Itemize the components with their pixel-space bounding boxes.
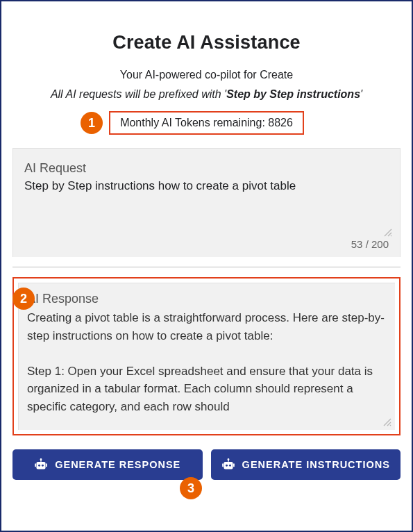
- svg-rect-6: [37, 462, 46, 469]
- svg-line-1: [388, 233, 391, 236]
- button-row: GENERATE RESPONSE GENERATE INSTRUCTIONS: [12, 449, 401, 480]
- header: Create AI Assistance Your AI-powered co-…: [12, 32, 401, 101]
- callout-2: 2: [12, 288, 35, 310]
- prefix-value: Step by Step instructions: [226, 88, 360, 100]
- prefix-after: ': [360, 88, 362, 100]
- svg-point-15: [229, 465, 231, 467]
- page-title: Create AI Assistance: [12, 32, 401, 53]
- svg-point-8: [42, 465, 44, 467]
- section-divider: [12, 267, 401, 267]
- svg-point-17: [227, 458, 229, 460]
- svg-rect-19: [233, 463, 235, 467]
- generate-instructions-button[interactable]: GENERATE INSTRUCTIONS: [211, 449, 401, 480]
- generate-response-button[interactable]: GENERATE RESPONSE: [12, 449, 203, 480]
- ai-response-highlight: AI Response Creating a pivot table is a …: [12, 277, 401, 435]
- callout-3: 3: [180, 477, 202, 499]
- svg-point-10: [40, 458, 42, 460]
- svg-line-5: [390, 425, 391, 426]
- svg-point-14: [226, 465, 228, 467]
- svg-rect-12: [46, 463, 47, 467]
- ai-response-label: AI Response: [27, 292, 392, 306]
- tokens-remaining: Monthly AI Tokens remaining: 8826: [109, 111, 304, 135]
- ai-response-output[interactable]: Creating a pivot table is a straightforw…: [27, 309, 392, 424]
- char-count: 53 / 200: [24, 238, 389, 250]
- prefix-note: All AI requests will be prefixed with 'S…: [12, 88, 401, 101]
- subtitle: Your AI-powered co-pilot for Create: [12, 69, 401, 81]
- tokens-row: 1 Monthly AI Tokens remaining: 8826: [12, 109, 401, 137]
- ai-assistance-panel: Create AI Assistance Your AI-powered co-…: [0, 0, 413, 532]
- prefix-before: All AI requests will be prefixed with ': [51, 88, 226, 100]
- ai-request-input[interactable]: [24, 178, 389, 231]
- ai-response-card: AI Response Creating a pivot table is a …: [18, 283, 395, 430]
- svg-line-2: [391, 235, 391, 236]
- generate-response-label: GENERATE RESPONSE: [55, 459, 180, 470]
- svg-rect-18: [222, 463, 224, 467]
- robot-icon: [34, 458, 48, 471]
- robot-icon: [221, 458, 235, 471]
- svg-point-7: [38, 465, 40, 467]
- svg-rect-13: [224, 462, 233, 469]
- generate-instructions-label: GENERATE INSTRUCTIONS: [242, 459, 390, 470]
- ai-request-label: AI Request: [24, 161, 389, 176]
- ai-request-card: AI Request 53 / 200: [12, 148, 401, 257]
- callout-1: 1: [81, 112, 103, 134]
- svg-rect-11: [35, 463, 36, 467]
